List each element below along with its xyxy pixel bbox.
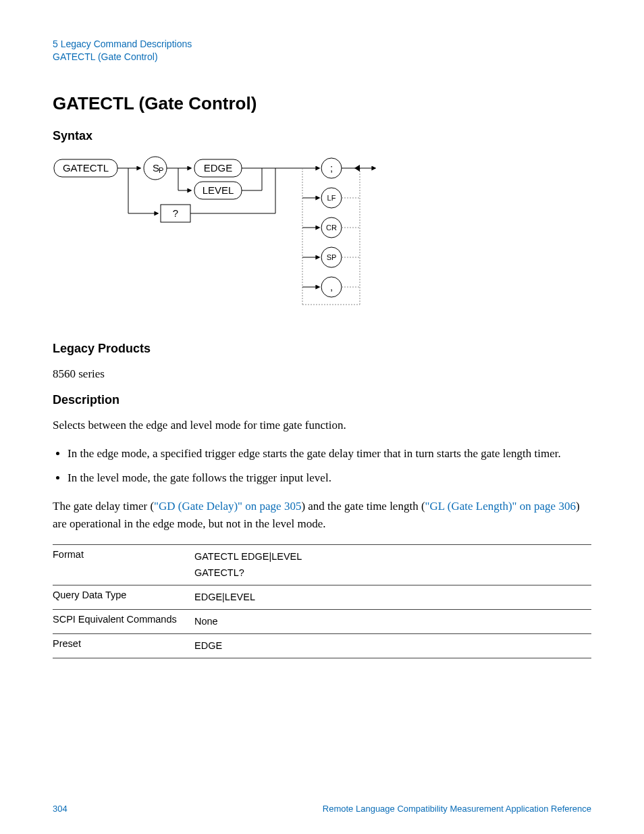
- diagram-semi: ;: [330, 162, 333, 174]
- diagram-sp-term: SP: [327, 253, 337, 261]
- doc-title: Remote Language Compatibility Measuremen…: [323, 804, 591, 814]
- page-number: 304: [53, 804, 68, 814]
- spec-label: Query Data Type: [53, 585, 194, 609]
- diagram-edge: EDGE: [204, 162, 233, 174]
- breadcrumb-chapter: 5 Legacy Command Descriptions: [53, 38, 192, 49]
- breadcrumb-topic: GATECTL (Gate Control): [53, 51, 158, 62]
- legacy-products-text: 8560 series: [53, 365, 591, 383]
- breadcrumb: 5 Legacy Command Descriptions GATECTL (G…: [53, 38, 591, 63]
- spec-label: SCPI Equivalent Commands: [53, 610, 194, 634]
- table-row: Format GATECTL EDGE|LEVEL GATECTL?: [53, 545, 591, 585]
- spec-value: EDGE: [194, 634, 591, 658]
- page-title: GATECTL (Gate Control): [53, 93, 591, 114]
- para-text: ) and the gate time length (: [301, 500, 425, 513]
- section-description: Description: [53, 393, 591, 407]
- table-row: SCPI Equivalent Commands None: [53, 610, 591, 634]
- section-syntax: Syntax: [53, 129, 591, 143]
- diagram-comma: ,: [330, 281, 333, 292]
- link-gd[interactable]: "GD (Gate Delay)" on page 305: [154, 500, 301, 513]
- link-gl[interactable]: "GL (Gate Length)" on page 306: [425, 500, 576, 513]
- table-row: Preset EDGE: [53, 634, 591, 658]
- diagram-cr: CR: [326, 224, 337, 232]
- spec-value: None: [194, 610, 591, 634]
- description-paragraph: The gate delay timer ("GD (Gate Delay)" …: [53, 498, 591, 532]
- spec-label: Format: [53, 545, 194, 585]
- diagram-level: LEVEL: [203, 184, 234, 196]
- list-item: In the edge mode, a specified trigger ed…: [68, 445, 591, 463]
- table-row: Query Data Type EDGE|LEVEL: [53, 585, 591, 609]
- description-intro: Selects between the edge and level mode …: [53, 417, 591, 434]
- spec-table: Format GATECTL EDGE|LEVEL GATECTL? Query…: [53, 544, 591, 658]
- section-legacy-products: Legacy Products: [53, 342, 591, 356]
- page-footer: 304 Remote Language Compatibility Measur…: [53, 804, 591, 814]
- svg-marker-22: [354, 165, 360, 172]
- spec-value: EDGE|LEVEL: [194, 585, 591, 609]
- diagram-cmd: GATECTL: [63, 162, 109, 174]
- para-text: The gate delay timer (: [53, 500, 154, 513]
- description-bullets: In the edge mode, a specified trigger ed…: [53, 445, 591, 488]
- syntax-diagram: GATECTL S P EDGE LEVEL ?: [53, 153, 591, 323]
- diagram-q: ?: [173, 207, 178, 219]
- spec-value: GATECTL EDGE|LEVEL GATECTL?: [194, 545, 591, 585]
- diagram-sp-sub: P: [159, 166, 163, 174]
- spec-label: Preset: [53, 634, 194, 658]
- diagram-lf: LF: [327, 194, 336, 202]
- list-item: In the level mode, the gate follows the …: [68, 469, 591, 487]
